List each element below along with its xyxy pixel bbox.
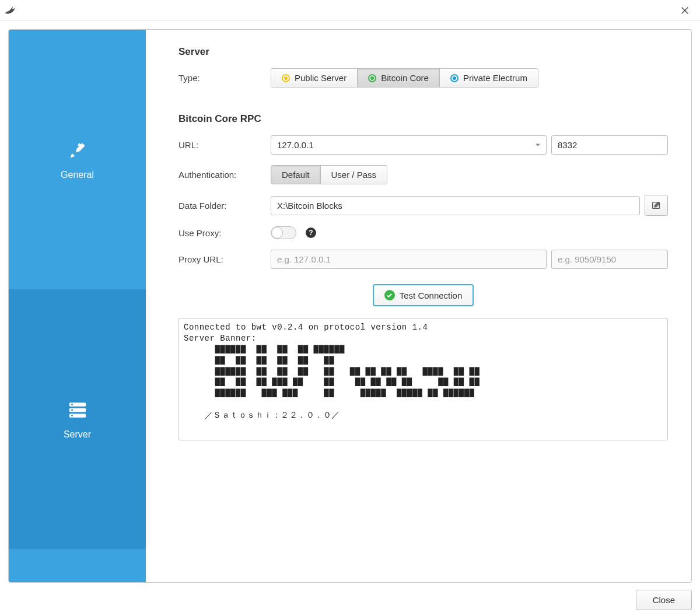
label-proxy-url: Proxy URL: <box>178 254 266 264</box>
rpc-port-input[interactable] <box>551 135 668 155</box>
sidebar-item-server[interactable]: Server <box>9 289 146 549</box>
auth-option-userpass[interactable]: User / Pass <box>321 166 387 184</box>
type-option-label: Private Electrum <box>463 73 527 83</box>
type-option-label: Bitcoin Core <box>381 73 429 83</box>
data-folder-input[interactable] <box>271 196 640 215</box>
dot-blue-icon <box>450 74 459 82</box>
type-option-public[interactable]: Public Server <box>271 69 358 87</box>
help-icon[interactable]: ? <box>306 228 316 238</box>
test-connection-button[interactable]: Test Connection <box>373 284 474 306</box>
dot-green-icon <box>368 74 376 82</box>
use-proxy-toggle[interactable] <box>271 226 296 239</box>
window-close-button[interactable] <box>677 2 693 19</box>
check-circle-icon <box>384 290 395 300</box>
svg-point-7 <box>71 415 73 416</box>
browse-folder-button[interactable] <box>645 195 668 216</box>
proxy-host-input[interactable] <box>271 250 547 269</box>
app-bird-icon <box>4 4 18 18</box>
settings-panel: General Server Server Type: Public Serve… <box>8 29 692 583</box>
svg-point-6 <box>71 409 73 411</box>
dot-yellow-icon <box>282 74 290 82</box>
sidebar-item-general[interactable]: General <box>9 30 146 289</box>
toggle-knob <box>271 227 283 239</box>
server-type-toggle: Public Server Bitcoin Core Private Elect… <box>271 68 538 88</box>
label-type: Type: <box>178 73 266 83</box>
test-connection-label: Test Connection <box>400 290 463 300</box>
close-button-label: Close <box>653 595 675 605</box>
auth-option-default[interactable]: Default <box>271 166 321 184</box>
connection-output-console[interactable]: Connected to bwt v0.2.4 on protocol vers… <box>178 318 668 440</box>
close-button[interactable]: Close <box>636 590 692 610</box>
server-icon <box>66 399 89 421</box>
dialog-footer: Close <box>8 583 692 610</box>
content-area: Server Type: Public Server Bitcoin Core … <box>146 30 691 582</box>
label-use-proxy: Use Proxy: <box>178 228 266 238</box>
type-option-private-electrum[interactable]: Private Electrum <box>440 69 538 87</box>
section-server-heading: Server <box>178 46 668 58</box>
label-auth: Authentication: <box>178 170 266 180</box>
sidebar: General Server <box>9 30 146 582</box>
label-data-folder: Data Folder: <box>178 201 266 211</box>
type-option-bitcoin-core[interactable]: Bitcoin Core <box>358 69 440 87</box>
rpc-host-combo[interactable]: 127.0.0.1 <box>271 135 547 155</box>
proxy-port-input[interactable] <box>551 250 668 269</box>
auth-option-label: Default <box>282 170 310 180</box>
chevron-down-icon <box>534 140 541 150</box>
titlebar <box>0 0 700 21</box>
svg-point-5 <box>71 404 73 405</box>
rpc-host-value: 127.0.0.1 <box>277 140 314 150</box>
type-option-label: Public Server <box>295 73 346 83</box>
auth-toggle: Default User / Pass <box>271 165 387 184</box>
section-rpc-heading: Bitcoin Core RPC <box>178 113 668 125</box>
sidebar-item-label: Server <box>64 429 91 440</box>
sidebar-item-label: General <box>61 170 94 180</box>
auth-option-label: User / Pass <box>331 170 377 180</box>
label-url: URL: <box>178 140 266 150</box>
tools-icon <box>66 139 89 162</box>
